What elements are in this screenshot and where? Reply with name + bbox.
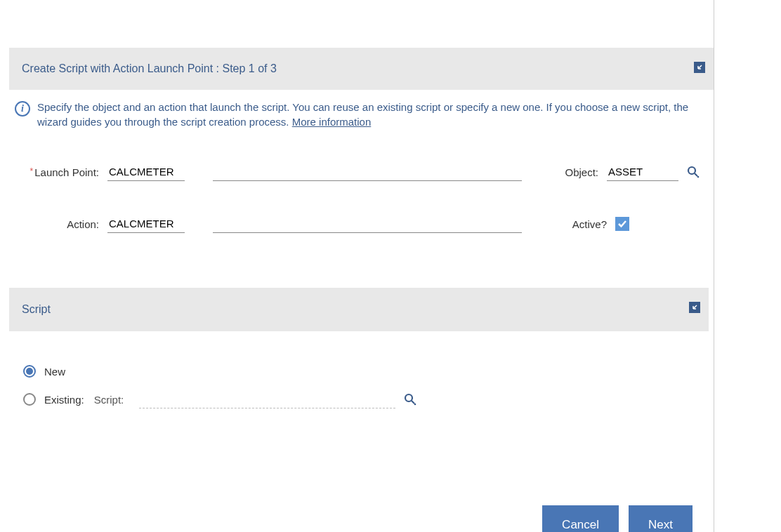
object-label: Object: xyxy=(565,166,598,178)
action-row: Action: Active? xyxy=(23,215,700,233)
script-lookup-button[interactable] xyxy=(404,393,416,406)
radio-new-row: New xyxy=(23,365,700,378)
svg-point-0 xyxy=(688,167,695,174)
radio-new[interactable] xyxy=(23,365,36,378)
required-indicator: * xyxy=(30,166,34,176)
action-input[interactable] xyxy=(107,215,185,233)
button-row: Cancel Next xyxy=(9,435,714,532)
cancel-button[interactable]: Cancel xyxy=(542,505,619,532)
magnifier-icon xyxy=(687,166,700,178)
svg-point-3 xyxy=(405,394,412,401)
wizard-title: Create Script with Action Launch Point :… xyxy=(22,62,277,75)
active-checkbox[interactable] xyxy=(615,217,629,231)
script-field-label: Script: xyxy=(94,394,124,406)
script-collapse-button[interactable] xyxy=(689,302,700,313)
radio-new-label: New xyxy=(44,366,65,378)
active-label: Active? xyxy=(572,218,607,230)
launch-point-desc-input[interactable] xyxy=(213,163,522,181)
launch-point-input[interactable] xyxy=(107,163,185,181)
object-lookup-button[interactable] xyxy=(687,166,700,178)
svg-line-4 xyxy=(412,401,414,404)
info-section: i Specify the object and an action that … xyxy=(9,90,714,129)
radio-existing[interactable] xyxy=(23,393,36,406)
arrow-down-left-icon xyxy=(691,304,698,311)
svg-point-2 xyxy=(697,176,700,178)
wizard-header: Create Script with Action Launch Point :… xyxy=(9,48,714,90)
script-radio-section: New Existing: Script: xyxy=(9,331,714,435)
script-input[interactable] xyxy=(139,390,395,408)
radio-existing-row: Existing: Script: xyxy=(23,390,700,408)
script-section-header: Script xyxy=(9,288,709,331)
collapse-button[interactable] xyxy=(694,62,705,73)
checkmark-icon xyxy=(617,218,628,230)
script-section-title: Script xyxy=(22,303,51,316)
magnifier-icon xyxy=(404,393,416,406)
form-section: *Launch Point: Object: Action: xyxy=(9,129,714,288)
svg-line-1 xyxy=(695,173,697,176)
object-input[interactable] xyxy=(607,163,678,181)
launch-point-row: *Launch Point: Object: xyxy=(23,163,700,181)
action-label: Action: xyxy=(67,218,99,230)
launch-point-label: Launch Point: xyxy=(34,166,99,178)
action-desc-input[interactable] xyxy=(213,215,522,233)
info-icon: i xyxy=(15,101,30,117)
more-information-link[interactable]: More information xyxy=(292,116,372,128)
radio-existing-label: Existing: xyxy=(44,394,84,406)
next-button[interactable]: Next xyxy=(629,505,693,532)
info-text: Specify the object and an action that la… xyxy=(37,100,708,129)
svg-point-5 xyxy=(414,404,416,406)
arrow-down-left-icon xyxy=(696,64,703,71)
